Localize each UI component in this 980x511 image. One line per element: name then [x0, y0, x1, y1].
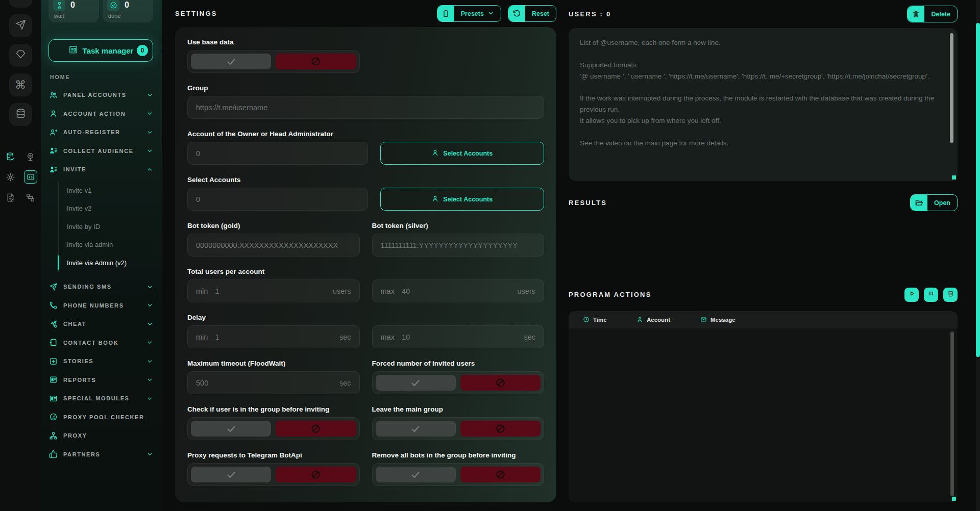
presets-icon: [437, 6, 454, 21]
sidebar-item-stories[interactable]: STORIES: [48, 352, 153, 371]
wait-count: 0: [70, 1, 75, 10]
delay-min-input[interactable]: min sec: [187, 325, 360, 348]
send-icon-button[interactable]: [9, 14, 32, 37]
group-input[interactable]: [187, 96, 544, 119]
total-users-max-input[interactable]: max users: [372, 279, 545, 302]
toggle-yes-check-icon[interactable]: [191, 467, 271, 482]
document-check-icon[interactable]: [4, 191, 17, 204]
check-user-toggle[interactable]: [187, 417, 360, 440]
leave-group-toggle[interactable]: [372, 417, 545, 440]
sidebar-item-invite-v2[interactable]: Invite v2: [59, 199, 153, 218]
window-scrollbar-track[interactable]: [976, 0, 980, 511]
total-users-min-field[interactable]: [215, 287, 328, 295]
database-check-icon[interactable]: [4, 150, 17, 163]
sidebar-item-phone-numbers[interactable]: PHONE NUMBERS: [48, 296, 153, 315]
play-button[interactable]: [904, 288, 919, 302]
owner-input-field[interactable]: [196, 149, 359, 158]
toggle-no-ban-icon[interactable]: [460, 375, 541, 391]
select-accounts-button[interactable]: Select Accounts: [380, 188, 545, 211]
textarea-resize-grip[interactable]: [952, 175, 956, 180]
toggle-yes-check-icon[interactable]: [191, 421, 271, 437]
paper-plane-icon: [48, 282, 58, 291]
sidebar-item-proxy-pool-checker[interactable]: PROXY POOL CHECKER: [48, 408, 153, 427]
delay-max-input[interactable]: max sec: [372, 325, 545, 348]
toggle-no-ban-icon[interactable]: [276, 421, 356, 437]
chevron-down-icon: [146, 302, 153, 309]
gear-icon[interactable]: [4, 170, 17, 184]
users-textarea[interactable]: [569, 28, 958, 181]
bot-token-gold-field[interactable]: [196, 241, 351, 249]
timeout-field[interactable]: [196, 379, 334, 387]
invite-icon: [48, 165, 58, 174]
total-users-label: Total users per account: [187, 268, 544, 275]
sidebar-item-collect-audience[interactable]: COLLECT AUDIENCE: [48, 142, 153, 161]
remove-bots-toggle[interactable]: [372, 463, 545, 486]
select-accounts-input-field[interactable]: [196, 195, 359, 203]
task-manager-button[interactable]: Task manager 0: [48, 39, 153, 62]
rail-cropped-button[interactable]: [9, 0, 32, 8]
sidebar-item-contact-book[interactable]: CONTACT BOOK: [48, 334, 153, 352]
sidebar-item-partners[interactable]: PARTNERS: [48, 445, 153, 464]
database-icon-button[interactable]: [9, 103, 32, 126]
open-button[interactable]: Open: [910, 194, 958, 211]
chevron-down-icon: [146, 284, 153, 290]
sidebar-item-invite-by-id[interactable]: Invite by ID: [59, 218, 153, 236]
chevron-down-icon: [146, 92, 153, 98]
toggle-no-ban-icon[interactable]: [276, 54, 356, 69]
toggle-no-ban-icon[interactable]: [276, 467, 356, 482]
toggle-no-ban-icon[interactable]: [460, 421, 541, 437]
timeout-input[interactable]: sec: [187, 371, 360, 394]
trash-icon: [908, 6, 924, 22]
delay-min-field[interactable]: [215, 333, 334, 341]
sidebar-item-panel-accounts[interactable]: PANEL ACCOUNTS: [48, 86, 153, 105]
proxy-botapi-toggle[interactable]: [187, 463, 360, 486]
code-window-icon[interactable]: [24, 170, 37, 184]
table-resize-grip[interactable]: [952, 497, 956, 501]
toggle-yes-check-icon[interactable]: [376, 467, 456, 482]
stat-card-wait: 0 wait: [48, 0, 99, 22]
select-accounts-input[interactable]: [187, 188, 368, 211]
toggle-yes-check-icon[interactable]: [376, 375, 456, 391]
total-users-max-field[interactable]: [402, 287, 512, 295]
workflow-icon[interactable]: [24, 191, 37, 204]
total-users-min-input[interactable]: min users: [187, 279, 360, 302]
bot-token-gold-input[interactable]: [187, 234, 360, 257]
toggle-no-ban-icon[interactable]: [460, 467, 541, 482]
sidebar-item-invite-via-admin-v2[interactable]: Invite via Admin (v2): [59, 254, 153, 272]
owner-select-accounts-button[interactable]: Select Accounts: [380, 142, 545, 165]
sidebar-item-reports[interactable]: REPORTS: [48, 371, 153, 390]
sidebar-item-cheat[interactable]: CHEAT: [48, 315, 153, 334]
sidebar-item-invite-via-admin[interactable]: Invite via admin: [59, 236, 153, 254]
toggle-yes-check-icon[interactable]: [191, 54, 271, 69]
reset-button[interactable]: Reset: [508, 5, 556, 22]
forced-invited-toggle[interactable]: [372, 371, 545, 394]
group-input-field[interactable]: [196, 104, 535, 112]
webcam-icon[interactable]: [24, 150, 37, 163]
bot-token-silver-input[interactable]: [372, 234, 545, 257]
bot-token-silver-field[interactable]: [381, 241, 536, 249]
sidebar-item-auto-register[interactable]: AUTO-REGISTER: [48, 123, 153, 142]
delay-max-field[interactable]: [402, 333, 519, 341]
sidebar-item-special-modules[interactable]: SPECIAL MODULES: [48, 389, 153, 408]
sidebar-item-invite-v1[interactable]: Invite v1: [59, 182, 153, 200]
clear-log-button[interactable]: [943, 288, 958, 302]
sidebar-item-account-action[interactable]: ACCOUNT ACTION: [48, 105, 153, 123]
users-column: USERS : 0 Delete RESULTS Open PROG: [569, 0, 958, 511]
owner-input[interactable]: [187, 142, 368, 165]
presets-button[interactable]: Presets: [437, 5, 501, 22]
sidebar-item-invite[interactable]: INVITE: [48, 160, 153, 179]
textarea-scrollbar-thumb[interactable]: [950, 33, 953, 143]
use-base-data-toggle[interactable]: [187, 50, 360, 73]
toggle-yes-check-icon[interactable]: [376, 421, 456, 437]
sidebar-item-home[interactable]: HOME: [50, 74, 153, 80]
sidebar-item-proxy[interactable]: PROXY: [48, 426, 153, 445]
modules-icon: [48, 394, 58, 403]
stop-button[interactable]: [924, 288, 938, 302]
gem-icon-button[interactable]: [9, 44, 32, 67]
table-scrollbar-thumb[interactable]: [950, 331, 954, 496]
group-label: Group: [187, 84, 544, 92]
sidebar-item-sending-sms[interactable]: SENDING SMS: [48, 277, 153, 296]
command-icon-button[interactable]: ⌘: [9, 73, 32, 96]
window-scrollbar-thumb[interactable]: [976, 23, 980, 357]
delete-button[interactable]: Delete: [907, 6, 958, 22]
